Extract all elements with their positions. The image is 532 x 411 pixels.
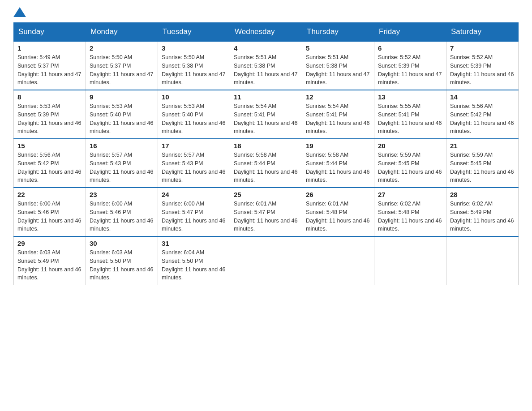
day-info: Sunrise: 6:01 AMSunset: 5:48 PMDaylight:…: [306, 201, 369, 232]
logo: [13, 9, 26, 18]
day-info: Sunrise: 5:56 AMSunset: 5:42 PMDaylight:…: [450, 103, 514, 134]
calendar-day-cell: [230, 236, 302, 285]
day-info: Sunrise: 5:57 AMSunset: 5:43 PMDaylight:…: [90, 152, 153, 183]
calendar-header-row: SundayMondayTuesdayWednesdayThursdayFrid…: [14, 23, 519, 42]
calendar-day-cell: [446, 236, 519, 285]
day-info: Sunrise: 5:51 AMSunset: 5:38 PMDaylight:…: [234, 54, 297, 86]
day-info: Sunrise: 5:50 AMSunset: 5:37 PMDaylight:…: [90, 54, 153, 86]
calendar-day-cell: 13 Sunrise: 5:55 AMSunset: 5:41 PMDaylig…: [374, 90, 446, 139]
day-info: Sunrise: 5:57 AMSunset: 5:43 PMDaylight:…: [162, 152, 225, 183]
calendar-header-cell: Saturday: [446, 23, 519, 42]
day-info: Sunrise: 5:58 AMSunset: 5:44 PMDaylight:…: [234, 152, 297, 183]
day-number: 23: [90, 191, 154, 198]
calendar-body: 1 Sunrise: 5:49 AMSunset: 5:37 PMDayligh…: [14, 41, 519, 285]
calendar-week-row: 8 Sunrise: 5:53 AMSunset: 5:39 PMDayligh…: [14, 90, 519, 139]
day-number: 16: [90, 142, 154, 150]
calendar-day-cell: 20 Sunrise: 5:59 AMSunset: 5:45 PMDaylig…: [374, 139, 446, 188]
calendar-week-row: 15 Sunrise: 5:56 AMSunset: 5:42 PMDaylig…: [14, 139, 519, 188]
calendar-header-cell: Monday: [86, 23, 158, 42]
calendar-day-cell: 22 Sunrise: 6:00 AMSunset: 5:46 PMDaylig…: [14, 188, 86, 236]
calendar-day-cell: 16 Sunrise: 5:57 AMSunset: 5:43 PMDaylig…: [86, 139, 158, 188]
calendar-day-cell: 29 Sunrise: 6:03 AMSunset: 5:49 PMDaylig…: [14, 236, 86, 285]
day-number: 3: [162, 44, 226, 52]
day-info: Sunrise: 5:56 AMSunset: 5:42 PMDaylight:…: [17, 152, 81, 183]
calendar-day-cell: 25 Sunrise: 6:01 AMSunset: 5:47 PMDaylig…: [230, 188, 302, 236]
calendar-day-cell: 8 Sunrise: 5:53 AMSunset: 5:39 PMDayligh…: [14, 90, 86, 139]
day-number: 15: [17, 142, 82, 150]
calendar-week-row: 1 Sunrise: 5:49 AMSunset: 5:37 PMDayligh…: [14, 41, 519, 90]
day-info: Sunrise: 5:49 AMSunset: 5:37 PMDaylight:…: [17, 54, 81, 86]
day-info: Sunrise: 6:03 AMSunset: 5:49 PMDaylight:…: [17, 249, 81, 281]
calendar-day-cell: 27 Sunrise: 6:02 AMSunset: 5:48 PMDaylig…: [374, 188, 446, 236]
day-info: Sunrise: 6:01 AMSunset: 5:47 PMDaylight:…: [234, 201, 297, 232]
day-info: Sunrise: 5:55 AMSunset: 5:41 PMDaylight:…: [378, 103, 442, 134]
calendar-day-cell: [374, 236, 446, 285]
day-info: Sunrise: 6:02 AMSunset: 5:48 PMDaylight:…: [378, 201, 442, 232]
day-number: 31: [162, 240, 226, 247]
calendar-day-cell: 15 Sunrise: 5:56 AMSunset: 5:42 PMDaylig…: [14, 139, 86, 188]
day-number: 22: [17, 191, 82, 198]
logo-triangle-icon: [13, 7, 26, 17]
day-info: Sunrise: 5:53 AMSunset: 5:40 PMDaylight:…: [162, 103, 225, 134]
calendar-day-cell: 3 Sunrise: 5:50 AMSunset: 5:38 PMDayligh…: [158, 41, 230, 90]
day-info: Sunrise: 5:52 AMSunset: 5:39 PMDaylight:…: [450, 54, 514, 86]
calendar-day-cell: 31 Sunrise: 6:04 AMSunset: 5:50 PMDaylig…: [158, 236, 230, 285]
calendar-day-cell: 12 Sunrise: 5:54 AMSunset: 5:41 PMDaylig…: [302, 90, 374, 139]
calendar-day-cell: 1 Sunrise: 5:49 AMSunset: 5:37 PMDayligh…: [14, 41, 86, 90]
day-info: Sunrise: 6:03 AMSunset: 5:50 PMDaylight:…: [90, 249, 153, 281]
day-number: 2: [90, 44, 154, 52]
day-number: 20: [378, 142, 442, 150]
day-number: 14: [450, 93, 515, 101]
calendar-day-cell: 9 Sunrise: 5:53 AMSunset: 5:40 PMDayligh…: [86, 90, 158, 139]
day-number: 4: [234, 44, 298, 52]
calendar-day-cell: 11 Sunrise: 5:54 AMSunset: 5:41 PMDaylig…: [230, 90, 302, 139]
calendar-day-cell: 6 Sunrise: 5:52 AMSunset: 5:39 PMDayligh…: [374, 41, 446, 90]
day-number: 27: [378, 191, 442, 198]
day-info: Sunrise: 5:53 AMSunset: 5:39 PMDaylight:…: [17, 103, 81, 134]
calendar-day-cell: 28 Sunrise: 6:02 AMSunset: 5:49 PMDaylig…: [446, 188, 519, 236]
calendar-week-row: 22 Sunrise: 6:00 AMSunset: 5:46 PMDaylig…: [14, 188, 519, 236]
day-number: 25: [234, 191, 298, 198]
calendar-day-cell: 7 Sunrise: 5:52 AMSunset: 5:39 PMDayligh…: [446, 41, 519, 90]
day-number: 9: [90, 93, 154, 101]
day-info: Sunrise: 6:00 AMSunset: 5:46 PMDaylight:…: [17, 201, 81, 232]
day-number: 28: [450, 191, 515, 198]
day-info: Sunrise: 5:58 AMSunset: 5:44 PMDaylight:…: [306, 152, 369, 183]
day-info: Sunrise: 5:53 AMSunset: 5:40 PMDaylight:…: [90, 103, 153, 134]
calendar-day-cell: 14 Sunrise: 5:56 AMSunset: 5:42 PMDaylig…: [446, 90, 519, 139]
calendar-header-cell: Wednesday: [230, 23, 302, 42]
day-number: 21: [450, 142, 515, 150]
calendar-day-cell: 4 Sunrise: 5:51 AMSunset: 5:38 PMDayligh…: [230, 41, 302, 90]
day-number: 30: [90, 240, 154, 247]
calendar-header-cell: Friday: [374, 23, 446, 42]
day-number: 18: [234, 142, 298, 150]
day-number: 17: [162, 142, 226, 150]
calendar-week-row: 29 Sunrise: 6:03 AMSunset: 5:49 PMDaylig…: [14, 236, 519, 285]
calendar-header-cell: Sunday: [14, 23, 86, 42]
calendar-day-cell: 23 Sunrise: 6:00 AMSunset: 5:46 PMDaylig…: [86, 188, 158, 236]
day-info: Sunrise: 5:59 AMSunset: 5:45 PMDaylight:…: [450, 152, 514, 183]
day-info: Sunrise: 6:02 AMSunset: 5:49 PMDaylight:…: [450, 201, 514, 232]
calendar-day-cell: 17 Sunrise: 5:57 AMSunset: 5:43 PMDaylig…: [158, 139, 230, 188]
day-info: Sunrise: 6:00 AMSunset: 5:47 PMDaylight:…: [162, 201, 225, 232]
day-number: 8: [17, 93, 82, 101]
day-info: Sunrise: 6:04 AMSunset: 5:50 PMDaylight:…: [162, 249, 225, 281]
day-number: 13: [378, 93, 442, 101]
calendar-day-cell: 2 Sunrise: 5:50 AMSunset: 5:37 PMDayligh…: [86, 41, 158, 90]
calendar-day-cell: 21 Sunrise: 5:59 AMSunset: 5:45 PMDaylig…: [446, 139, 519, 188]
day-info: Sunrise: 5:50 AMSunset: 5:38 PMDaylight:…: [162, 54, 225, 86]
calendar-day-cell: 24 Sunrise: 6:00 AMSunset: 5:47 PMDaylig…: [158, 188, 230, 236]
day-number: 1: [17, 44, 82, 52]
calendar-table: SundayMondayTuesdayWednesdayThursdayFrid…: [13, 22, 519, 285]
calendar-day-cell: 19 Sunrise: 5:58 AMSunset: 5:44 PMDaylig…: [302, 139, 374, 188]
calendar-day-cell: 5 Sunrise: 5:51 AMSunset: 5:38 PMDayligh…: [302, 41, 374, 90]
calendar-day-cell: 26 Sunrise: 6:01 AMSunset: 5:48 PMDaylig…: [302, 188, 374, 236]
calendar-day-cell: 10 Sunrise: 5:53 AMSunset: 5:40 PMDaylig…: [158, 90, 230, 139]
day-info: Sunrise: 5:54 AMSunset: 5:41 PMDaylight:…: [306, 103, 369, 134]
day-number: 19: [306, 142, 370, 150]
day-number: 7: [450, 44, 515, 52]
calendar-day-cell: 18 Sunrise: 5:58 AMSunset: 5:44 PMDaylig…: [230, 139, 302, 188]
day-info: Sunrise: 5:52 AMSunset: 5:39 PMDaylight:…: [378, 54, 442, 86]
day-number: 11: [234, 93, 298, 101]
calendar-header-cell: Thursday: [302, 23, 374, 42]
